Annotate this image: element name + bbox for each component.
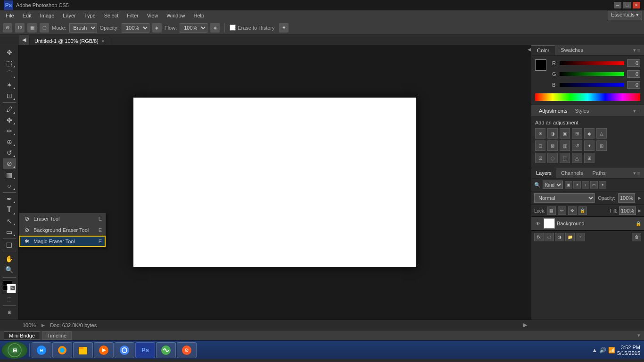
lock-pixels-btn[interactable]: ▦ xyxy=(547,206,556,215)
filter-smart-icon[interactable]: ✦ xyxy=(599,181,606,189)
vibrance-icon[interactable]: ◆ xyxy=(584,128,594,139)
levels-icon[interactable]: ◑ xyxy=(547,128,558,139)
filter-adjustment-icon[interactable]: ☀ xyxy=(573,181,581,189)
lock-all-btn[interactable]: 🔒 xyxy=(578,206,587,215)
mode-select[interactable]: Brush xyxy=(69,23,97,33)
opacity-input[interactable]: 100% xyxy=(618,193,635,203)
opacity-select[interactable]: 100% xyxy=(122,23,149,33)
filter-pixel-icon[interactable]: ▣ xyxy=(565,181,572,189)
flyout-background-eraser-tool[interactable]: ⊘ Background Eraser Tool E xyxy=(19,224,106,236)
scroll-right-arrow[interactable]: ▶ xyxy=(523,322,527,328)
tab-mini-bridge[interactable]: Mini Bridge xyxy=(4,331,40,340)
color-lookup-icon[interactable]: ✦ xyxy=(584,140,594,151)
color-swatches[interactable]: ⇅ xyxy=(3,280,16,290)
gradient-tool[interactable]: ▦ xyxy=(3,169,16,180)
zoom-tool[interactable]: 🔍 xyxy=(3,264,16,275)
document-navigation-arrow[interactable]: ◀ xyxy=(19,34,29,45)
curves-icon[interactable]: ▣ xyxy=(560,128,570,139)
workspace-button[interactable]: Essentials ▾ xyxy=(608,11,642,20)
brightness-contrast-icon[interactable]: ☀ xyxy=(535,128,545,139)
menu-image[interactable]: Image xyxy=(36,12,58,19)
black-white-icon[interactable]: ⊠ xyxy=(547,140,558,151)
more-adj-icon[interactable]: ⊞ xyxy=(584,153,594,163)
new-group-btn[interactable]: 📁 xyxy=(565,233,575,241)
screen-mode-tool[interactable]: ⊞ xyxy=(3,307,16,318)
posterize-icon[interactable]: ⊡ xyxy=(535,153,545,163)
erase-to-history-checkbox[interactable] xyxy=(230,25,236,31)
maximize-button[interactable]: □ xyxy=(623,2,631,8)
menu-window[interactable]: Window xyxy=(163,12,189,19)
layers-kind-select[interactable]: Kind xyxy=(543,181,563,189)
add-mask-btn[interactable]: ◌ xyxy=(545,233,554,241)
menu-edit[interactable]: Edit xyxy=(19,12,35,19)
adj-panel-collapse[interactable]: ▾ ≡ xyxy=(633,108,640,114)
photo-filter-icon[interactable]: ▥ xyxy=(560,140,570,151)
tab-channels[interactable]: Channels xyxy=(556,168,587,178)
tab-adjustments[interactable]: Adjustments xyxy=(535,107,571,115)
g-slider[interactable] xyxy=(560,72,624,76)
toggle-airbrush-icon[interactable]: ◌ xyxy=(40,23,49,33)
spray-icon[interactable]: ✷ xyxy=(279,23,289,33)
layers-panel-collapse[interactable]: ▾ ≡ xyxy=(629,168,644,178)
layer-background[interactable]: 👁 Background 🔒 xyxy=(531,217,644,230)
filter-shape-icon[interactable]: ▭ xyxy=(590,181,598,189)
taskbar-app8[interactable]: ⚙ xyxy=(177,342,197,358)
quick-mask-tool[interactable]: ⬚ xyxy=(3,294,16,304)
hue-saturation-icon[interactable]: △ xyxy=(596,128,607,139)
layer-visibility-icon[interactable]: 👁 xyxy=(534,220,542,227)
tab-close-icon[interactable]: ✕ xyxy=(101,39,105,43)
crop-tool[interactable]: ⊡ xyxy=(3,90,16,101)
lock-paint-btn[interactable]: ✏ xyxy=(558,206,566,215)
tab-swatches[interactable]: Swatches xyxy=(555,45,589,55)
fill-input[interactable]: 100% xyxy=(619,206,636,215)
brush-options-icon[interactable]: ▦ xyxy=(27,23,37,33)
invert-icon[interactable]: ⊞ xyxy=(596,140,607,151)
flyout-magic-eraser-tool[interactable]: ✱ Magic Eraser Tool E xyxy=(19,236,106,247)
tab-untitled-1[interactable]: Untitled-1 @ 100% (RGB/8) ✕ xyxy=(29,37,110,45)
3d-tool[interactable]: ❑ xyxy=(3,240,16,250)
new-layer-btn[interactable]: + xyxy=(576,233,585,241)
menu-select[interactable]: Select xyxy=(100,12,123,19)
foreground-color-swatch[interactable] xyxy=(535,59,546,71)
selective-color-icon[interactable]: △ xyxy=(572,153,582,163)
brush-size-icon[interactable]: 13 xyxy=(15,23,25,33)
marquee-tool[interactable]: ⬚ xyxy=(3,58,16,68)
channel-mixer-icon[interactable]: ↺ xyxy=(572,140,582,151)
g-value[interactable]: 0 xyxy=(627,70,640,78)
b-value[interactable]: 0 xyxy=(627,81,640,89)
delete-layer-btn[interactable]: 🗑 xyxy=(632,233,641,241)
lasso-tool[interactable]: ⌒ xyxy=(3,69,16,79)
adjustment-layer-btn[interactable]: ◑ xyxy=(555,233,564,241)
tab-color[interactable]: Color xyxy=(531,45,555,55)
tab-paths[interactable]: Paths xyxy=(588,168,611,178)
blend-mode-select[interactable]: Normal xyxy=(534,193,595,203)
taskbar-ie[interactable]: e xyxy=(32,342,51,358)
spot-healing-tool[interactable]: ✤ xyxy=(3,115,16,125)
tab-timeline[interactable]: Timeline xyxy=(42,331,72,340)
menu-help[interactable]: Help xyxy=(190,12,208,19)
pen-tool[interactable]: ✒ xyxy=(3,194,16,204)
menu-filter[interactable]: Filter xyxy=(123,12,142,19)
move-tool[interactable]: ✥ xyxy=(3,47,16,58)
brush-tool[interactable]: ✏ xyxy=(3,126,16,136)
volume-icon[interactable]: 🔊 xyxy=(599,347,606,354)
b-slider[interactable] xyxy=(560,83,624,87)
shape-tool[interactable]: ▭ xyxy=(3,227,16,237)
path-select-tool[interactable]: ↖ xyxy=(3,216,16,226)
fill-arrow[interactable]: ▶ xyxy=(638,208,641,213)
tab-styles[interactable]: Styles xyxy=(571,107,593,115)
menu-view[interactable]: View xyxy=(143,12,162,19)
eraser-tool[interactable]: ⊘ xyxy=(3,158,16,169)
exposure-icon[interactable]: ⊞ xyxy=(572,128,582,139)
start-button[interactable]: ⊞ xyxy=(2,342,27,359)
gradient-map-icon[interactable]: ⬚ xyxy=(560,153,570,163)
menu-type[interactable]: Type xyxy=(81,12,99,19)
hand-tool[interactable]: ✋ xyxy=(3,254,16,264)
taskbar-app7[interactable] xyxy=(156,342,176,358)
flow-jitter-icon[interactable]: ◈ xyxy=(210,23,220,33)
r-value[interactable]: 0 xyxy=(627,59,640,67)
tab-layers[interactable]: Layers xyxy=(531,168,556,178)
panel-collapse-btn[interactable]: ◀ xyxy=(526,45,532,320)
mini-bridge-collapse[interactable]: ▾ xyxy=(637,332,640,338)
flow-select[interactable]: 100% xyxy=(180,23,207,33)
